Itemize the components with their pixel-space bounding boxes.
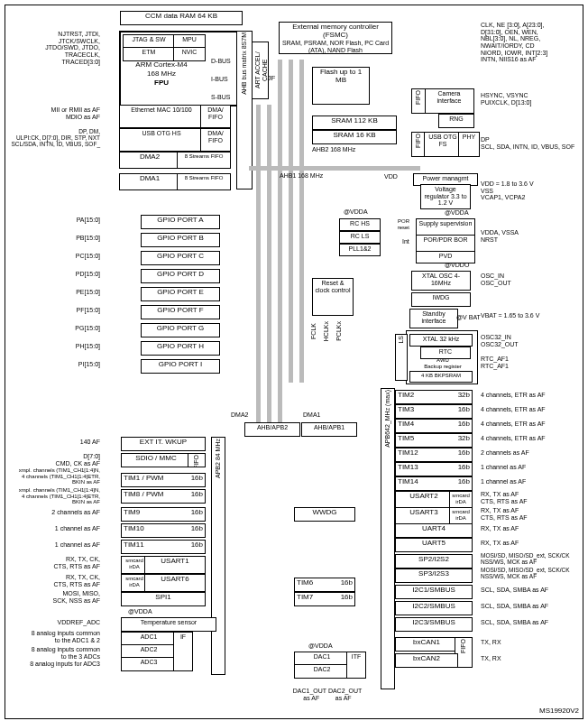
cpu-line3: FPU xyxy=(123,79,200,88)
ext-osc: OSC_IN OSC_OUT xyxy=(481,273,511,286)
por-reset: POR reset xyxy=(384,218,409,230)
gpio-c: GPIO PORT C xyxy=(141,251,220,265)
vbus3 xyxy=(278,60,282,428)
ext-tim9: 2 channels as AF xyxy=(23,509,100,516)
ext-140af: 140 AF xyxy=(55,439,100,446)
fsmc: External memory controller (FSMC) SRAM, … xyxy=(279,22,392,54)
usart6: USART6 xyxy=(144,574,206,592)
ext-can2: TX, RX xyxy=(481,655,501,662)
gpio-i: GPIO PORT I xyxy=(141,359,220,374)
ext-t5: 4 channels, ETR as AF xyxy=(481,435,546,442)
cpu-line1: ARM Cortex-M4 xyxy=(123,61,200,69)
fsmc-sub: SRAM, PSRAM, NOR Flash, PC Card (ATA), N… xyxy=(282,40,389,54)
etm: ETM xyxy=(123,47,175,61)
tim4: TIM416b xyxy=(395,419,473,433)
ext-i2c1: SCL, SDA, SMBA as AF xyxy=(481,587,548,594)
usb-hs-fifo: DMA/ FIFO xyxy=(200,128,231,152)
tim3: TIM316b xyxy=(395,404,473,419)
exti: EXT IT. WKUP xyxy=(121,437,206,451)
tim7: TIM716b xyxy=(294,592,355,606)
bxcan2: bxCAN2 xyxy=(395,653,458,668)
art-accel: ART ACCEL/ CACHE xyxy=(252,42,269,99)
ahb1: AHB1 168 MHz xyxy=(280,172,323,180)
ext-tim10: 1 channel as AF xyxy=(23,525,100,532)
backup-reg: Backup register xyxy=(420,364,465,370)
ext-adc3: 8 analog inputs for ADC3 xyxy=(5,661,100,668)
ext-can1: TX, RX xyxy=(481,639,501,646)
diagram-id: MS19920V2 xyxy=(539,707,579,715)
ext-u3: RX, TX as AF CTS, RTS as AF xyxy=(481,507,528,521)
sp2: SP2/I2S2 xyxy=(395,554,473,568)
apb2-bus: APB2 84 MHz xyxy=(211,437,225,675)
vbus5 xyxy=(299,60,304,383)
usart2: USART2 xyxy=(395,491,453,509)
tim1: TIM1 / PWM16b xyxy=(121,473,206,487)
gpio-e: GPIO PORT E xyxy=(141,287,220,301)
ccm-ram: CCM data RAM 64 KB xyxy=(120,11,243,25)
dma2-streams: 8 Streams FIFO xyxy=(177,152,231,169)
i2c2: I2C2/SMBUS xyxy=(395,601,473,615)
int-label: Int xyxy=(402,238,409,245)
usb-fs: USB OTG FS xyxy=(424,132,462,157)
supply-supervision: Supply supervision xyxy=(416,218,475,236)
ext-osc32: OSC32_IN OSC32_OUT xyxy=(481,334,519,347)
usart3: USART3 xyxy=(395,507,453,525)
gpio-b: GPIO PORT B xyxy=(141,233,220,247)
rng: RNG xyxy=(438,114,474,128)
rcc: Reset & clock control xyxy=(312,278,354,316)
gpio-a: GPIO PORT A xyxy=(141,215,220,229)
usart3-ir: smcard irDA xyxy=(449,507,473,525)
fclk: FCLK xyxy=(310,323,317,341)
dma1: DMA1 xyxy=(119,173,180,190)
vreg: Voltage regulator 3.3 to 1.2 V xyxy=(420,184,471,209)
phy: PHY xyxy=(458,132,480,157)
nvic: NVIC xyxy=(173,47,206,61)
ext-pi: PI[15:0] xyxy=(64,361,100,368)
rc-hs: RC HS xyxy=(339,218,381,231)
ext-ph: PH[15:0] xyxy=(64,343,100,350)
i2c1: I2C1/SMBUS xyxy=(395,585,473,599)
camera-fifo: FIFO xyxy=(411,88,426,114)
ext-ulpi: DP, DM, ULPI:CK, D[7:0], DIR, STP, NXT S… xyxy=(5,128,100,147)
usb-hs: USB OTG HS xyxy=(119,128,204,152)
emac-fifo: DMA/ FIFO xyxy=(200,105,231,128)
ext-t13: 1 channel as AF xyxy=(481,464,526,471)
temp-vdda: @VDDA xyxy=(128,608,152,615)
dma1-streams: 8 Streams FIFO xyxy=(177,173,231,190)
hclkx: HCLKx xyxy=(323,321,330,343)
vbus1 xyxy=(256,105,261,428)
tim6: TIM616b xyxy=(294,578,355,592)
dac-itf: ITF xyxy=(346,652,366,679)
ext-adc12: 8 analog inputs common to the ADC1 & 2 xyxy=(5,630,100,643)
ext-pe: PE[15:0] xyxy=(64,289,100,296)
tim5: TIM532b xyxy=(395,433,473,448)
ext-u2: RX, TX as AF CTS, RTS as AF xyxy=(481,491,528,504)
ext-t3: 4 channels, ETR as AF xyxy=(481,406,546,413)
tim2: TIM232b xyxy=(395,390,473,404)
ext-jtag: NJTRST, JTDI, JTCK/SWCLK, JTDO/SWD, JTDO… xyxy=(19,31,100,65)
tim11: TIM1116b xyxy=(121,540,206,554)
sp3: SP3/I2S3 xyxy=(395,568,473,583)
ext-tim11: 1 channel as AF xyxy=(23,541,100,549)
dma2: DMA2 xyxy=(119,152,180,169)
ext-vbat: VBAT = 1.65 to 3.6 V xyxy=(481,312,539,319)
gpio-h: GPIO PORT H xyxy=(141,341,220,356)
rc-ls: RC LS xyxy=(339,231,381,244)
hbus-ahb1 xyxy=(249,166,420,171)
sram112: SRAM 112 KB xyxy=(312,116,397,130)
standby: Standby interface xyxy=(409,309,458,328)
ext-vdd: VDD = 1.8 to 3.6 V VSS VCAP1, VCPA2 xyxy=(481,180,534,201)
cpu-line2: 168 MHz xyxy=(123,70,200,79)
ext-pa: PA[15:0] xyxy=(64,217,100,224)
tim12: TIM1216b xyxy=(395,448,473,462)
adc-if: IF xyxy=(173,632,193,671)
ext-adc-all: 8 analog inputs common to the 3 ADCs xyxy=(5,646,100,660)
ext-t4: 4 channels, ETR as AF xyxy=(481,421,546,428)
dac2: DAC2 xyxy=(294,664,350,679)
emac: Ethernet MAC 10/100 xyxy=(119,105,204,128)
ext-pc: PC[15:0] xyxy=(64,253,100,260)
sram16: SRAM 16 KB xyxy=(312,130,397,144)
tim9: TIM916b xyxy=(121,507,206,522)
awu: AWU xyxy=(420,357,465,364)
bxcan1: bxCAN1 xyxy=(395,637,458,652)
